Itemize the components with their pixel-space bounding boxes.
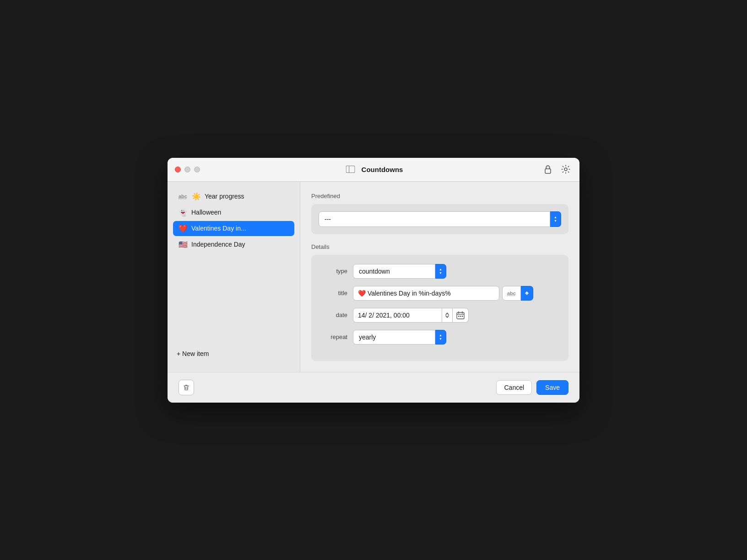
new-item-button[interactable]: + New item [177, 348, 209, 359]
predefined-section: --- [311, 204, 568, 234]
sidebar-item-year-progress[interactable]: abc ☀️ Year progress [173, 189, 294, 204]
repeat-select-arrow[interactable] [435, 330, 446, 345]
repeat-select[interactable]: yearly [353, 330, 435, 345]
sidebar-item-independence-day[interactable]: 🇺🇸 Independence Day [173, 237, 294, 252]
svg-marker-4 [525, 291, 529, 293]
svg-rect-10 [458, 316, 460, 317]
abc-btn-group: abc [502, 286, 533, 301]
maximize-button[interactable] [194, 167, 200, 172]
app-window: Countdowns abc [168, 158, 579, 403]
title-row: title abc [322, 286, 558, 301]
date-row: date [322, 308, 558, 323]
repeat-label: repeat [322, 334, 347, 340]
repeat-field: yearly [353, 330, 446, 345]
date-field [353, 308, 469, 323]
titlebar-center: Countdowns [344, 164, 403, 175]
titlebar-actions [542, 163, 572, 176]
svg-rect-11 [460, 316, 461, 317]
lock-button[interactable] [542, 163, 554, 176]
sidebar: abc ☀️ Year progress 👻 Halloween ❤️ Vale… [168, 182, 300, 372]
type-field: countdown [353, 264, 446, 279]
predefined-select[interactable]: --- [319, 211, 550, 227]
delete-button[interactable] [179, 380, 194, 395]
svg-point-3 [564, 168, 567, 171]
title-label: title [322, 290, 347, 296]
close-button[interactable] [175, 167, 181, 172]
save-button[interactable]: Save [536, 380, 568, 395]
date-label: date [322, 312, 347, 318]
abc-badge: abc [179, 194, 187, 199]
titlebar: Countdowns [168, 158, 579, 182]
title-input[interactable] [353, 286, 499, 301]
sidebar-item-valentines-day[interactable]: ❤️ Valentines Day in... [173, 221, 294, 236]
predefined-select-arrow[interactable] [550, 211, 561, 227]
abc-dropdown-button[interactable] [521, 286, 533, 301]
svg-rect-0 [346, 166, 355, 173]
date-stepper-button[interactable] [442, 308, 453, 323]
sidebar-item-label: Year progress [205, 193, 244, 200]
sidebar-footer: + New item [168, 343, 300, 365]
predefined-select-wrapper: --- [319, 211, 561, 227]
main-content: abc ☀️ Year progress 👻 Halloween ❤️ Vale… [168, 182, 579, 372]
repeat-row: repeat yearly [322, 330, 558, 345]
right-panel: Predefined --- Details type [300, 182, 579, 372]
minimize-button[interactable] [184, 167, 190, 172]
chevron-updown-icon [554, 215, 557, 222]
window-title: Countdowns [362, 166, 403, 173]
svg-rect-12 [462, 316, 463, 317]
abc-button[interactable]: abc [502, 286, 521, 301]
sidebar-item-label: Halloween [191, 209, 221, 216]
new-item-label: + New item [177, 350, 209, 357]
type-select[interactable]: countdown [353, 264, 435, 279]
sidebar-toggle-button[interactable] [344, 164, 357, 175]
settings-button[interactable] [559, 163, 572, 176]
details-label: Details [311, 243, 568, 250]
details-section: type countdown title [311, 255, 568, 361]
sidebar-item-halloween[interactable]: 👻 Halloween [173, 205, 294, 220]
type-label: type [322, 268, 347, 275]
bottom-bar: Cancel Save [168, 372, 579, 403]
type-select-arrow[interactable] [435, 264, 446, 279]
bottom-actions: Cancel Save [496, 380, 568, 395]
sidebar-items-list: abc ☀️ Year progress 👻 Halloween ❤️ Vale… [168, 189, 300, 343]
svg-rect-2 [545, 169, 551, 173]
title-field-group: abc [353, 286, 533, 301]
type-row: type countdown [322, 264, 558, 279]
sidebar-item-label: Independence Day [191, 241, 245, 248]
repeat-chevron-icon [439, 334, 442, 340]
predefined-label: Predefined [311, 193, 568, 199]
type-chevron-icon [439, 268, 442, 275]
sidebar-item-label: Valentines Day in... [191, 225, 246, 232]
date-input[interactable] [353, 308, 442, 323]
cancel-button[interactable]: Cancel [496, 380, 532, 395]
traffic-lights [175, 167, 200, 172]
svg-marker-5 [525, 293, 529, 295]
calendar-button[interactable] [453, 308, 469, 323]
